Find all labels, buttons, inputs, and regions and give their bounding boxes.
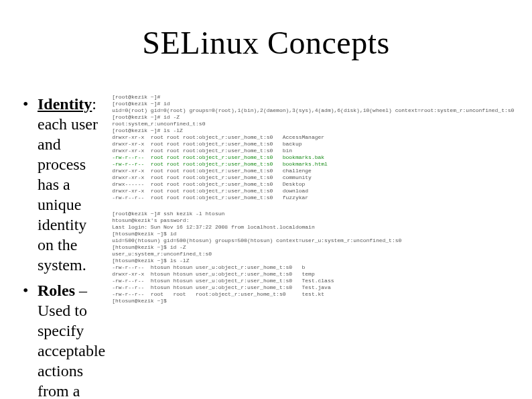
content-area: Identity: each user and process has a un… — [23, 94, 509, 386]
bullet-list: Identity: each user and process has a un… — [23, 94, 105, 399]
bullet-column: Identity: each user and process has a un… — [23, 94, 112, 386]
bullet-label: Roles — [38, 282, 75, 299]
bullet-label: Identity — [38, 95, 92, 113]
slide: SELinux Concepts Identity: each user and… — [0, 0, 532, 399]
terminal-highlight: -rw-r--r-- root root root:object_r:user_… — [112, 154, 328, 167]
slide-title: SELinux Concepts — [0, 24, 532, 61]
bullet-text: Used to specify acceptable actions from … — [38, 302, 105, 399]
bullet-roles: Roles – Used to specify acceptable actio… — [23, 280, 105, 399]
bullet-identity: Identity: each user and process has a un… — [23, 94, 105, 275]
terminal-column: [root@kezik ~]# [root@kezik ~]# id uid=0… — [112, 94, 514, 386]
bullet-sep: : — [92, 95, 96, 113]
bullet-text: each user and process has a unique ident… — [38, 115, 98, 274]
terminal-text: [root@kezik ~]# [root@kezik ~]# id uid=0… — [112, 94, 514, 154]
terminal-text: drwxr-xr-x root root root:object_r:user_… — [112, 168, 312, 201]
bullet-sep: – — [75, 282, 87, 299]
terminal-top: [root@kezik ~]# [root@kezik ~]# id uid=0… — [112, 94, 514, 201]
terminal-bottom: [root@kezik ~]# ssh kezik -l htosun htos… — [112, 211, 514, 304]
